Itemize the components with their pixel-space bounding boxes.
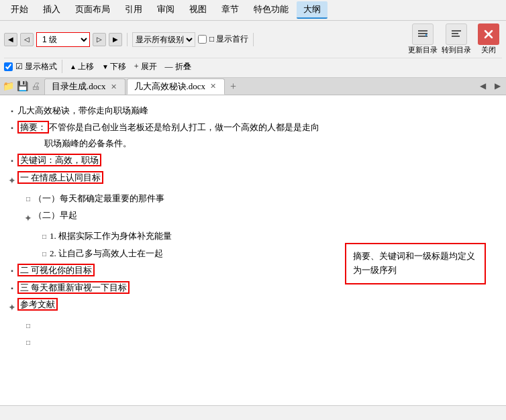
item7-highlighted: 二 可视化你的目标: [17, 264, 95, 276]
tab-1[interactable]: 几大高效秘诀.docx ✕: [127, 78, 225, 95]
tab-nav-right-btn[interactable]: ▶: [491, 81, 503, 93]
menu-chapter[interactable]: 章节: [215, 1, 246, 19]
item11-bullet: □: [23, 337, 34, 349]
nav-right-btn[interactable]: ▶: [109, 33, 122, 46]
menu-reference[interactable]: 引用: [118, 1, 149, 19]
expand-btn[interactable]: + 展开: [132, 60, 160, 73]
item3-content: （一）每天都确定最重要的那件事: [34, 191, 493, 206]
level-select[interactable]: 1 级2 级3 级4 级正文文本: [36, 32, 90, 47]
item8-highlighted: 三 每天都重新审视一下目标: [17, 281, 130, 294]
item2-content: 一 在情感上认同目标: [17, 170, 493, 185]
tab-0[interactable]: 目录生成.docx ✕: [44, 78, 125, 95]
tab-1-label: 几大高效秘诀.docx: [134, 81, 206, 93]
item0-content: 摘要：不管你是自己创业当老板还是给别人打工，做一个高效的人都是是走向 职场巅峰的…: [17, 119, 493, 151]
ribbon-btn-group: 更新目录 转到目录 关闭: [408, 23, 502, 55]
outline-item-0: ▪ 摘要：不管你是自己创业当老板还是给别人打工，做一个高效的人都是是走向 职场巅…: [7, 119, 493, 152]
svg-rect-0: [418, 30, 427, 32]
close-label: 关闭: [481, 45, 496, 55]
item4-content: （二）早起: [34, 207, 493, 223]
item8-bullet: ▪: [7, 282, 17, 295]
update-toc-btn[interactable]: 更新目录: [408, 23, 438, 55]
print-icon: 🖨: [31, 81, 40, 92]
ribbon-row2: ☑ 显示格式 ▲ 上移 ▼ 下移 + 展开 — 折叠: [4, 58, 502, 74]
item3-bullet: □: [23, 193, 34, 205]
collapse-label: — 折叠: [165, 61, 191, 72]
tab-0-label: 目录生成.docx: [52, 81, 106, 93]
item2-highlighted: 一 在情感上认同目标: [17, 171, 103, 184]
outline-item-1: ▪ 关键词：高效，职场: [7, 152, 493, 168]
tooltip-text: 摘要、关键词和一级标题均定义为一级序列: [353, 251, 475, 275]
show-level-select[interactable]: 显示所有级别: [132, 32, 195, 47]
show-first-line-group: □ 显示首行: [198, 34, 248, 45]
menu-review[interactable]: 审阅: [150, 1, 181, 19]
item10-content: [34, 317, 493, 333]
statusbar: [0, 405, 506, 420]
move-down-label: 下移: [110, 61, 126, 72]
sep1: [127, 33, 128, 46]
ribbon-row1: ◀ ◁ 1 级2 级3 级4 级正文文本 ▷ ▶ 显示所有级别 □ 显示首行: [4, 23, 502, 55]
svg-rect-1: [418, 33, 427, 34]
tab-right-buttons: ◀ ▶: [476, 81, 503, 93]
menu-view[interactable]: 视图: [183, 1, 213, 19]
svg-rect-4: [452, 33, 458, 34]
item1-highlighted: 关键词：高效，职场: [17, 154, 101, 166]
move-up-btn[interactable]: ▲ 上移: [67, 60, 97, 73]
nav-fwd-btn[interactable]: ▷: [93, 33, 106, 46]
show-level-group: 显示所有级别: [132, 32, 195, 47]
tab-0-close[interactable]: ✕: [109, 83, 118, 91]
menu-start[interactable]: 开始: [4, 1, 35, 19]
goto-toc-icon: [450, 28, 463, 41]
folder-icon: 📁: [3, 81, 14, 92]
item7-bullet: ▪: [7, 265, 17, 277]
menu-layout[interactable]: 页面布局: [68, 1, 117, 19]
nav-left-btn[interactable]: ◀: [4, 33, 17, 46]
goto-toc-btn[interactable]: 转到目录: [442, 23, 471, 55]
collapse-btn[interactable]: — 折叠: [162, 60, 194, 73]
menubar: 开始 插入 页面布局 引用 审阅 视图 章节 特色功能 大纲: [0, 0, 506, 21]
item5-content: 1. 根据实际工作为身体补充能量: [50, 228, 493, 244]
move-down-btn[interactable]: ▼ 下移: [99, 60, 129, 73]
menu-outline[interactable]: 大纲: [297, 1, 327, 19]
close-btn[interactable]: 关闭: [475, 23, 502, 55]
item4-plus[interactable]: ✦: [23, 210, 34, 227]
nav-back-btn[interactable]: ◁: [20, 33, 34, 46]
tab-nav-left-btn[interactable]: ◀: [476, 81, 489, 93]
outline-item-11: □: [23, 333, 493, 350]
item2-plus[interactable]: ✦: [7, 172, 17, 189]
show-format-label: ☑ 显示格式: [15, 61, 57, 72]
expand-label: + 展开: [134, 61, 157, 72]
goto-toc-label: 转到目录: [442, 45, 471, 55]
doc-area: ▪ 几大高效秘诀，带你走向职场巅峰 ▪ 摘要：不管你是自己创业当老板还是给别人打…: [0, 95, 506, 405]
show-format-checkbox[interactable]: [4, 62, 13, 71]
close-icon: [483, 29, 494, 40]
item10-bullet: □: [23, 320, 34, 332]
item6-bullet: □: [39, 248, 50, 260]
show-format-group: ☑ 显示格式: [4, 61, 57, 72]
update-toc-label: 更新目录: [408, 45, 438, 55]
tabbar: 📁 💾 🖨 目录生成.docx ✕ 几大高效秘诀.docx ✕ + ◀ ▶: [0, 78, 506, 95]
item0-highlighted: 摘要：: [17, 121, 49, 134]
tooltip-box: 摘要、关键词和一级标题均定义为一级序列: [345, 243, 486, 284]
outline-item-9: ✦ 参考文献: [7, 296, 493, 317]
item9-plus[interactable]: ✦: [7, 299, 17, 316]
tab-1-close[interactable]: ✕: [209, 82, 217, 91]
outline-item-2: ✦ 一 在情感上认同目标: [7, 169, 493, 190]
move-up-label: 上移: [78, 61, 94, 72]
menu-insert[interactable]: 插入: [36, 1, 67, 19]
update-toc-icon: [416, 28, 429, 41]
outline-title-row: ▪ 几大高效秘诀，带你走向职场巅峰: [7, 102, 493, 119]
menu-special[interactable]: 特色功能: [247, 1, 295, 19]
item9-content: 参考文献: [17, 297, 493, 312]
item0-bullet: ▪: [7, 122, 17, 134]
item1-content: 关键词：高效，职场: [17, 152, 493, 168]
item9-highlighted: 参考文献: [17, 298, 58, 311]
up-arrow-icon: ▲: [70, 63, 77, 70]
outline-item-10: □: [23, 317, 493, 333]
show-first-line-checkbox[interactable]: [198, 35, 207, 44]
save-icon: 💾: [17, 81, 28, 92]
ribbon: ◀ ◁ 1 级2 级3 级4 级正文文本 ▷ ▶ 显示所有级别 □ 显示首行: [0, 21, 506, 78]
title-bullet: ▪: [7, 105, 17, 117]
tab-add-btn[interactable]: +: [226, 81, 240, 93]
outline-item-4: ✦ （二）早起: [23, 207, 493, 227]
sep2: [253, 33, 254, 46]
